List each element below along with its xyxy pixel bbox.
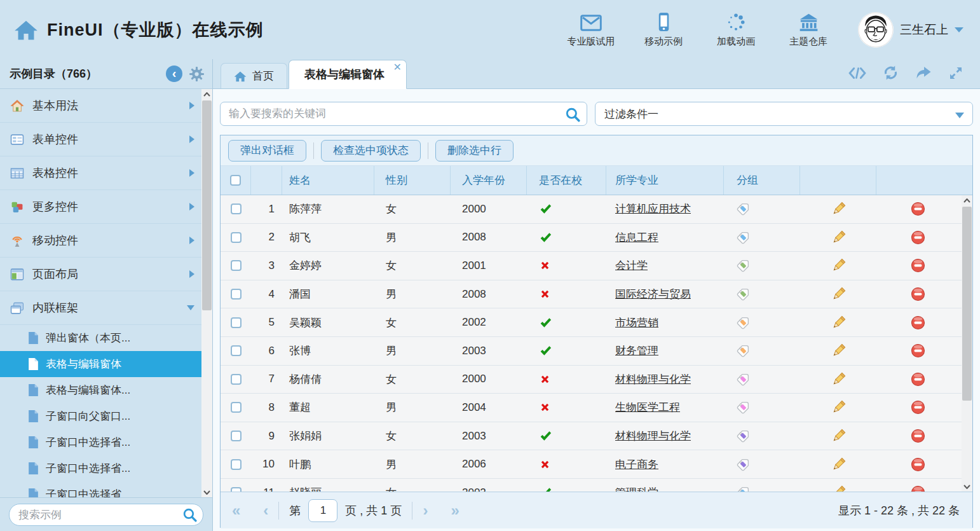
row-checkbox[interactable] — [231, 345, 242, 356]
tab-grid-edit-window[interactable]: 表格与编辑窗体 ✕ — [289, 60, 407, 89]
major-link[interactable]: 会计学 — [615, 258, 648, 273]
sidebar-item-0[interactable]: 基本用法 — [0, 89, 212, 123]
delete-row-icon[interactable] — [911, 457, 925, 472]
table-row[interactable]: 11赵晓丽女2002管理科学 — [221, 479, 972, 492]
major-link[interactable]: 信息工程 — [615, 230, 658, 245]
row-checkbox[interactable] — [231, 317, 242, 328]
major-link[interactable]: 材料物理与化学 — [615, 429, 691, 443]
sidebar-subitem-3[interactable]: 子窗口向父窗口... — [0, 403, 212, 429]
header-action-envelope[interactable]: 专业版试用 — [564, 11, 618, 48]
edit-pencil-icon[interactable] — [831, 429, 846, 443]
sidebar-item-3[interactable]: 更多控件 — [0, 190, 212, 224]
table-row[interactable]: 4潘国男2008国际经济与贸易 — [221, 280, 972, 309]
sidebar-item-4[interactable]: 移动控件 — [0, 224, 212, 258]
row-checkbox[interactable] — [231, 203, 242, 214]
search-icon[interactable] — [182, 507, 197, 522]
avatar[interactable] — [858, 12, 894, 48]
user-menu[interactable]: 三生石上 — [858, 12, 980, 48]
scroll-up-icon[interactable] — [962, 195, 972, 205]
header-action-spinner[interactable]: 加载动画 — [709, 11, 763, 48]
edit-pencil-icon[interactable] — [831, 400, 846, 415]
sidebar-subitem-2[interactable]: 表格与编辑窗体... — [0, 377, 212, 403]
row-checkbox[interactable] — [231, 289, 242, 300]
sidebar-subitem-5[interactable]: 子窗口中选择省... — [0, 455, 212, 481]
edit-pencil-icon[interactable] — [831, 258, 846, 273]
keyword-search-input[interactable] — [220, 102, 587, 126]
major-link[interactable]: 电子商务 — [615, 457, 658, 472]
page-number-input[interactable] — [308, 499, 337, 522]
grid-button-2[interactable]: 删除选中行 — [435, 140, 514, 162]
major-link[interactable]: 生物医学工程 — [615, 400, 680, 415]
sidebar-subitem-4[interactable]: 子窗口中选择省... — [0, 429, 212, 455]
table-scrollbar[interactable] — [962, 195, 972, 492]
edit-pencil-icon[interactable] — [831, 485, 846, 492]
scrollbar-track[interactable] — [201, 99, 212, 487]
edit-pencil-icon[interactable] — [831, 457, 846, 472]
table-row[interactable]: 10叶鹏男2006电子商务 — [221, 450, 972, 479]
scroll-down-icon[interactable] — [201, 487, 212, 497]
sidebar-subitem-1[interactable]: 表格与编辑窗体 — [0, 351, 212, 377]
major-link[interactable]: 管理科学 — [615, 485, 658, 492]
row-checkbox[interactable] — [231, 260, 242, 271]
sidebar-subitem-6[interactable]: 子窗口中选择省 — [0, 481, 212, 497]
delete-row-icon[interactable] — [911, 429, 925, 443]
major-link[interactable]: 财务管理 — [615, 343, 658, 358]
grid-button-1[interactable]: 检查选中项状态 — [321, 140, 421, 162]
scroll-down-icon[interactable] — [962, 481, 972, 492]
sidebar-item-1[interactable]: 表单控件 — [0, 123, 212, 156]
close-icon[interactable]: ✕ — [393, 61, 402, 73]
filter-select[interactable]: 过滤条件一 — [595, 102, 973, 126]
row-checkbox[interactable] — [231, 459, 242, 470]
row-checkbox[interactable] — [231, 431, 242, 441]
pagination-next-button[interactable]: › — [423, 503, 428, 518]
share-icon[interactable] — [915, 66, 932, 80]
table-row[interactable]: 1陈萍萍女2000计算机应用技术 — [221, 195, 972, 224]
scroll-up-icon[interactable] — [201, 89, 212, 99]
edit-pencil-icon[interactable] — [831, 230, 846, 245]
delete-row-icon[interactable] — [911, 343, 925, 358]
code-icon[interactable] — [848, 66, 866, 80]
row-checkbox[interactable] — [231, 374, 242, 385]
grid-button-0[interactable]: 弹出对话框 — [228, 140, 306, 162]
table-row[interactable]: 6张博男2003财务管理 — [221, 337, 972, 366]
scrollbar-thumb[interactable] — [202, 100, 212, 310]
sidebar-item-2[interactable]: 表格控件 — [0, 156, 212, 190]
sidebar-search-input[interactable] — [9, 504, 203, 526]
pagination-first-button[interactable]: « — [232, 503, 240, 518]
pagination-last-button[interactable]: » — [451, 503, 459, 518]
table-row[interactable]: 2胡飞男2008信息工程 — [221, 224, 972, 252]
search-icon[interactable] — [565, 107, 580, 122]
edit-pencil-icon[interactable] — [831, 202, 846, 216]
table-row[interactable]: 3金婷婷女2001会计学 — [221, 252, 972, 280]
home-icon[interactable] — [14, 19, 38, 41]
sidebar-scrollbar[interactable] — [201, 89, 212, 497]
sidebar-item-6[interactable]: 内联框架 — [0, 291, 212, 325]
table-row[interactable]: 9张娟娟女2003材料物理与化学 — [221, 422, 972, 451]
collapse-sidebar-button[interactable]: ‹ — [166, 66, 182, 82]
gear-icon[interactable] — [189, 66, 205, 82]
delete-row-icon[interactable] — [911, 315, 925, 330]
delete-row-icon[interactable] — [911, 202, 925, 216]
row-checkbox[interactable] — [231, 232, 242, 243]
delete-row-icon[interactable] — [911, 287, 925, 301]
refresh-icon[interactable] — [883, 65, 899, 81]
row-checkbox[interactable] — [231, 402, 242, 413]
expand-icon[interactable] — [948, 66, 963, 81]
pagination-prev-button[interactable]: ‹ — [263, 503, 268, 518]
header-action-phone[interactable]: 移动示例 — [637, 11, 690, 48]
table-row[interactable]: 8董超男2004生物医学工程 — [221, 394, 972, 422]
major-link[interactable]: 计算机应用技术 — [615, 202, 691, 216]
select-all-checkbox[interactable] — [230, 175, 241, 186]
row-checkbox[interactable] — [231, 487, 242, 492]
major-link[interactable]: 材料物理与化学 — [615, 372, 691, 387]
tab-home[interactable]: 首页 — [221, 63, 287, 88]
sidebar-subitem-0[interactable]: 弹出窗体（本页... — [0, 325, 212, 351]
edit-pencil-icon[interactable] — [831, 372, 846, 387]
sidebar-item-5[interactable]: 页面布局 — [0, 258, 212, 291]
header-action-bank[interactable]: 主题仓库 — [782, 11, 835, 48]
major-link[interactable]: 市场营销 — [615, 315, 658, 330]
delete-row-icon[interactable] — [911, 400, 925, 415]
table-row[interactable]: 5吴颖颖女2002市场营销 — [221, 308, 972, 337]
delete-row-icon[interactable] — [911, 372, 925, 387]
table-row[interactable]: 7杨倩倩女2000材料物理与化学 — [221, 366, 972, 394]
